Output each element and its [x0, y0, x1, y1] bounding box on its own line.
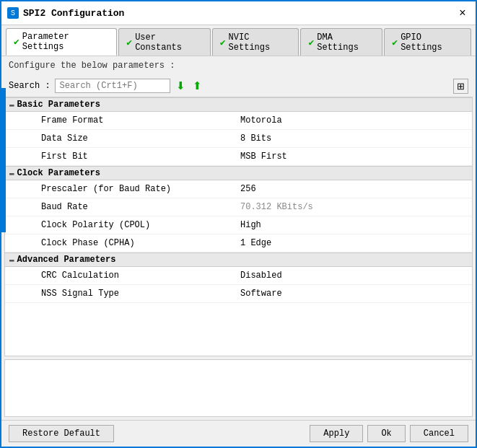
tab-parameter-settings[interactable]: ✔ Parameter Settings: [6, 28, 117, 56]
left-accent-bar: [1, 88, 6, 232]
tab-check-icon: ✔: [308, 37, 314, 48]
param-value[interactable]: MSB First: [236, 150, 472, 163]
table-row: CRC Calculation Disabled: [5, 267, 472, 285]
grid-icon: ⊞: [457, 81, 465, 92]
param-value[interactable]: 1 Edge: [236, 237, 472, 250]
tab-check-icon: ✔: [392, 37, 398, 48]
window-title: SPI2 Configuration: [23, 8, 124, 19]
param-name: NSS Signal Type: [5, 287, 236, 300]
table-row: First Bit MSB First: [5, 148, 472, 166]
ok-button[interactable]: Ok: [367, 425, 405, 442]
table-row: Frame Format Motorola: [5, 112, 472, 130]
section-basic-parameters: ▬ Basic Parameters: [5, 97, 472, 112]
title-bar-left: S SPI2 Configuration: [7, 7, 124, 19]
footer: Restore Default Apply Ok Cancel: [1, 420, 476, 447]
tab-check-icon: ✔: [220, 37, 226, 48]
param-value[interactable]: Motorola: [236, 114, 472, 127]
tab-nvic-settings[interactable]: ✔ NVIC Settings: [212, 28, 299, 56]
tab-label: User Constants: [135, 32, 203, 53]
param-name: Clock Polarity (CPOL): [5, 219, 236, 232]
param-name: First Bit: [5, 150, 236, 163]
grid-view-button[interactable]: ⊞: [453, 79, 468, 94]
tab-check-icon: ✔: [126, 37, 132, 48]
table-row: Clock Phase (CPHA) 1 Edge: [5, 234, 472, 252]
table-row: Baud Rate 70.312 KBits/s: [5, 198, 472, 216]
window-icon: S: [7, 7, 19, 19]
param-value[interactable]: Software: [236, 287, 472, 300]
content-area: ▬ Basic Parameters Frame Format Motorola…: [4, 97, 473, 356]
tabs-bar: ✔ Parameter Settings ✔ User Constants ✔ …: [1, 25, 476, 56]
arrow-down-icon: ⬇: [176, 79, 185, 92]
collapse-clock-icon[interactable]: ▬: [9, 169, 14, 177]
param-name: Clock Phase (CPHA): [5, 237, 236, 250]
tab-gpio-settings[interactable]: ✔ GPIO Settings: [384, 28, 471, 56]
apply-button[interactable]: Apply: [310, 425, 363, 442]
table-row: Data Size 8 Bits: [5, 130, 472, 148]
close-button[interactable]: ×: [455, 6, 470, 20]
param-value[interactable]: 256: [236, 183, 472, 196]
param-name: Prescaler (for Baud Rate): [5, 183, 236, 196]
tab-dma-settings[interactable]: ✔ DMA Settings: [300, 28, 382, 56]
bottom-panel: [4, 359, 473, 417]
main-window: S SPI2 Configuration × ✔ Parameter Setti…: [0, 0, 477, 448]
param-name: CRC Calculation: [5, 269, 236, 282]
param-name: Data Size: [5, 132, 236, 145]
search-bar: Search : ⬇ ⬆ ⊞: [1, 75, 476, 97]
search-up-button[interactable]: ⬆: [191, 78, 204, 94]
table-row: NSS Signal Type Software: [5, 285, 472, 303]
section-advanced-parameters: ▬ Advanced Parameters: [5, 252, 472, 267]
search-down-button[interactable]: ⬇: [175, 78, 187, 94]
section-clock-label: Clock Parameters: [17, 168, 100, 178]
tab-user-constants[interactable]: ✔ User Constants: [118, 28, 210, 56]
config-label: Configure the below parameters :: [1, 56, 476, 75]
param-value: 70.312 KBits/s: [236, 201, 472, 214]
cancel-button[interactable]: Cancel: [410, 425, 468, 442]
param-name: Baud Rate: [5, 201, 236, 214]
arrow-up-icon: ⬆: [193, 79, 202, 92]
title-bar: S SPI2 Configuration ×: [1, 1, 476, 25]
search-label: Search :: [9, 81, 51, 91]
restore-default-button[interactable]: Restore Default: [9, 425, 114, 442]
collapse-basic-icon[interactable]: ▬: [9, 100, 14, 109]
tab-label: Parameter Settings: [22, 32, 110, 52]
footer-right: Apply Ok Cancel: [310, 425, 468, 442]
tab-label: NVIC Settings: [229, 32, 292, 53]
param-value[interactable]: Disabled: [236, 269, 472, 282]
tab-label: GPIO Settings: [401, 32, 463, 53]
collapse-advanced-icon[interactable]: ▬: [9, 255, 14, 264]
section-basic-label: Basic Parameters: [17, 100, 100, 110]
table-row: Prescaler (for Baud Rate) 256: [5, 180, 472, 198]
search-input[interactable]: [55, 79, 170, 93]
table-row: Clock Polarity (CPOL) High: [5, 216, 472, 234]
tab-check-icon: ✔: [14, 36, 19, 48]
param-value[interactable]: High: [236, 219, 472, 232]
section-advanced-label: Advanced Parameters: [17, 255, 116, 265]
param-value[interactable]: 8 Bits: [236, 132, 472, 145]
param-name: Frame Format: [5, 114, 236, 127]
section-clock-parameters: ▬ Clock Parameters: [5, 166, 472, 180]
tab-label: DMA Settings: [317, 32, 375, 53]
